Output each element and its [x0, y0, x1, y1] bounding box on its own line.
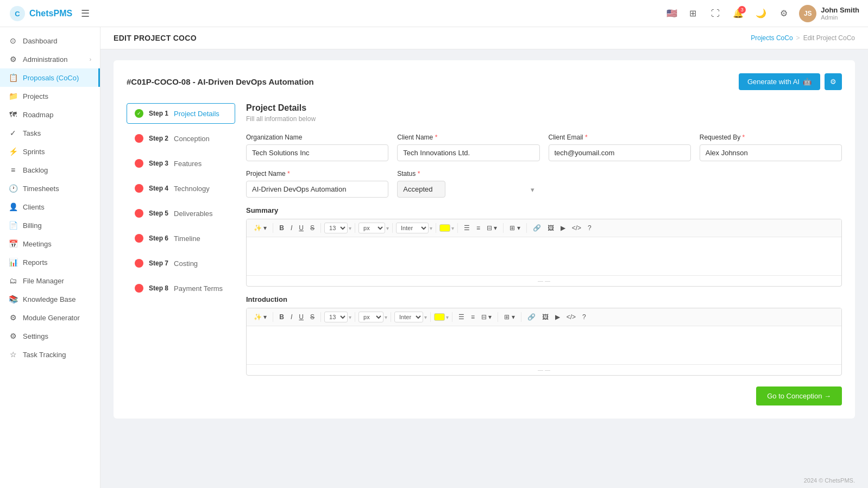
- toolbar-table[interactable]: ⊞ ▾: [507, 223, 523, 233]
- intro-bold[interactable]: B: [276, 312, 287, 322]
- client-name-input[interactable]: [397, 144, 539, 161]
- toolbar-video[interactable]: ▶: [558, 223, 568, 233]
- sidebar-item-clients[interactable]: 👤 Clients: [0, 198, 100, 216]
- sidebar-item-dashboard[interactable]: ⊙ Dashboard: [0, 31, 100, 50]
- step-4-technology[interactable]: Step 4 Technology: [127, 178, 235, 199]
- toolbar-px-arrow: ▾: [386, 225, 389, 231]
- form-area: Project Details Fill all information bel…: [246, 103, 842, 405]
- intro-underline[interactable]: U: [296, 312, 306, 322]
- sidebar-item-sprints[interactable]: ⚡ Sprints: [0, 142, 100, 161]
- breadcrumb-projects-coco[interactable]: Projects CoCo: [751, 34, 792, 42]
- sidebar-item-meetings[interactable]: 📅 Meetings: [0, 235, 100, 253]
- project-name-input[interactable]: [246, 181, 388, 198]
- hamburger-button[interactable]: ☰: [81, 8, 90, 20]
- step-6-timeline[interactable]: Step 6 Timeline: [127, 228, 235, 249]
- intro-help[interactable]: ?: [580, 312, 589, 322]
- arrow-icon: ›: [90, 56, 91, 62]
- toolbar-font-family[interactable]: InterArialTimes: [396, 223, 429, 233]
- sidebar-label-dashboard: Dashboard: [23, 37, 91, 45]
- step-7-costing[interactable]: Step 7 Costing: [127, 253, 235, 274]
- sidebar-label-tasks: Tasks: [23, 129, 91, 137]
- toolbar-underline[interactable]: U: [296, 223, 306, 233]
- intro-color-arrow: ▾: [446, 314, 449, 320]
- settings-gear-button[interactable]: ⚙: [825, 73, 842, 90]
- sidebar-item-billing[interactable]: 📄 Billing: [0, 216, 100, 235]
- intro-px[interactable]: pxem: [358, 312, 383, 322]
- roadmap-icon: 🗺: [9, 110, 17, 119]
- toolbar-color[interactable]: [439, 224, 450, 232]
- sidebar-item-tasks[interactable]: ✓ Tasks: [0, 124, 100, 142]
- intro-table[interactable]: ⊞ ▾: [501, 312, 517, 322]
- intro-font-size[interactable]: 13111214: [324, 312, 348, 322]
- step-1-project-details[interactable]: ✓ Step 1 Project Details: [127, 103, 235, 124]
- go-to-conception-button[interactable]: Go to Conception →: [756, 386, 842, 405]
- toolbar-link[interactable]: 🔗: [530, 223, 544, 233]
- form-footer: Go to Conception →: [246, 386, 842, 405]
- toolbar-help[interactable]: ?: [585, 223, 594, 233]
- toolbar-italic[interactable]: I: [288, 223, 295, 233]
- intro-ol[interactable]: ≡: [468, 312, 477, 322]
- sidebar-item-projects[interactable]: 📁 Projects: [0, 87, 100, 105]
- divider-8: [526, 223, 527, 233]
- intro-link[interactable]: 🔗: [525, 312, 538, 322]
- step-1-dot: ✓: [135, 109, 143, 118]
- intro-italic[interactable]: I: [288, 312, 295, 322]
- intro-image[interactable]: 🖼: [539, 312, 551, 322]
- toolbar-font-size[interactable]: 1311121416: [324, 223, 348, 233]
- form-row-2: Project Name * Status * Accepted Pending: [246, 170, 842, 198]
- step-8-dot: [135, 284, 143, 293]
- toolbar-image[interactable]: 🖼: [545, 223, 557, 233]
- generate-with-ai-button[interactable]: Generate with AI 🤖: [739, 73, 820, 90]
- intro-color[interactable]: [434, 313, 445, 321]
- toolbar-ul[interactable]: ☰: [461, 223, 473, 233]
- client-email-input[interactable]: [549, 144, 691, 161]
- sidebar-item-administration[interactable]: ⚙ Administration ›: [0, 50, 100, 68]
- toolbar-code[interactable]: </>: [569, 223, 584, 233]
- intro-divider-1: [273, 312, 273, 322]
- intro-code[interactable]: </>: [564, 312, 578, 322]
- toolbar-magic-btn[interactable]: ✨ ▾: [251, 223, 269, 233]
- org-name-input[interactable]: [246, 144, 388, 161]
- sidebar-item-backlog[interactable]: ≡ Backlog: [0, 161, 100, 179]
- intro-strikethrough[interactable]: S: [307, 312, 317, 322]
- intro-resize-handle: — —: [538, 367, 550, 373]
- sidebar-item-reports[interactable]: 📊 Reports: [0, 253, 100, 271]
- step-8-payment-terms[interactable]: Step 8 Payment Terms: [127, 278, 235, 299]
- sidebar-item-task-tracking[interactable]: ☆ Task Tracking: [0, 345, 100, 364]
- user-info[interactable]: JS John Smith Admin: [799, 5, 859, 22]
- sidebar-item-timesheets[interactable]: 🕐 Timesheets: [0, 179, 100, 198]
- sidebar-item-settings[interactable]: ⚙ Settings: [0, 327, 100, 345]
- step-2-conception[interactable]: Step 2 Conception: [127, 128, 235, 149]
- toolbar-align[interactable]: ⊟ ▾: [484, 223, 500, 233]
- intro-video[interactable]: ▶: [552, 312, 563, 322]
- introduction-body[interactable]: [247, 326, 841, 364]
- sidebar-label-proposals: Proposals (CoCo): [23, 74, 90, 82]
- main-layout: ⊙ Dashboard ⚙ Administration › 📋 Proposa…: [0, 27, 868, 488]
- status-select[interactable]: Accepted Pending Rejected In Progress: [397, 181, 445, 198]
- step-3-features[interactable]: Step 3 Features: [127, 153, 235, 174]
- fullscreen-icon[interactable]: ⛶: [708, 6, 723, 21]
- theme-icon[interactable]: 🌙: [753, 6, 769, 21]
- step-5-deliverables[interactable]: Step 5 Deliverables: [127, 203, 235, 224]
- toolbar-ol[interactable]: ≡: [474, 223, 483, 233]
- toolbar-strikethrough[interactable]: S: [307, 223, 317, 233]
- toolbar-px[interactable]: pxemrem: [358, 223, 385, 233]
- requested-by-input[interactable]: [700, 144, 842, 161]
- grid-icon[interactable]: ⊞: [685, 6, 700, 21]
- sidebar-item-roadmap[interactable]: 🗺 Roadmap: [0, 105, 100, 124]
- settings-icon[interactable]: ⚙: [776, 6, 791, 21]
- sidebar-item-knowledge-base[interactable]: 📚 Knowledge Base: [0, 290, 100, 308]
- intro-align[interactable]: ⊟ ▾: [479, 312, 494, 322]
- step-3-label: Features: [174, 160, 202, 168]
- sidebar-item-file-manager[interactable]: 🗂 File Manager: [0, 271, 100, 290]
- notification-icon[interactable]: 🔔 3: [731, 6, 746, 21]
- intro-font-family[interactable]: InterArial: [394, 312, 423, 322]
- summary-body[interactable]: [247, 237, 841, 275]
- sidebar-item-module-generator[interactable]: ⚙ Module Generator: [0, 308, 100, 327]
- intro-ul[interactable]: ☰: [456, 312, 467, 322]
- logo[interactable]: C ChetsPMS: [9, 5, 72, 22]
- intro-magic-btn[interactable]: ✨ ▾: [251, 312, 269, 322]
- toolbar-bold[interactable]: B: [276, 223, 287, 233]
- flag-icon[interactable]: 🇺🇸: [666, 8, 677, 18]
- sidebar-item-proposals[interactable]: 📋 Proposals (CoCo): [0, 68, 100, 87]
